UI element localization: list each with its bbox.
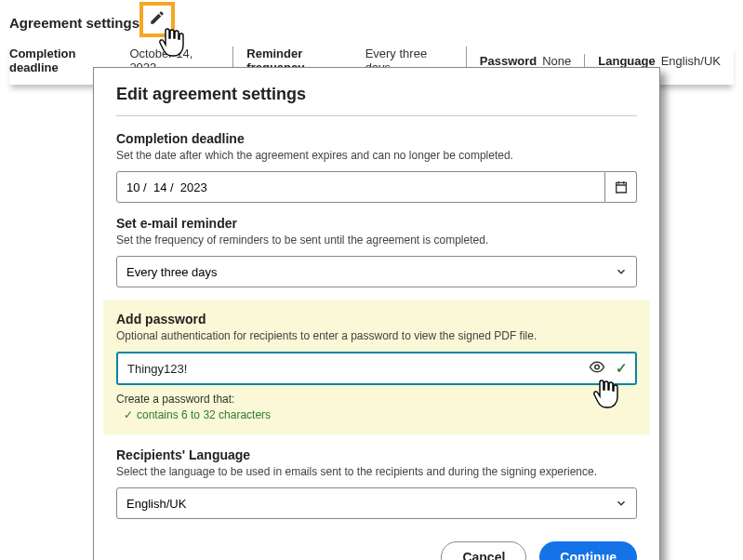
add-password-section: Add password Optional authentication for… xyxy=(103,300,650,434)
dialog-title: Edit agreement settings xyxy=(116,85,637,104)
hand-cursor-icon xyxy=(158,26,186,58)
completion-deadline-section: Completion deadline Set the date after w… xyxy=(116,131,637,203)
edit-settings-button[interactable] xyxy=(139,2,175,37)
password-hint: Create a password that: xyxy=(116,393,637,406)
completion-date-input[interactable] xyxy=(116,171,605,203)
reminder-frequency-select[interactable]: Every three days xyxy=(116,256,637,287)
dialog-button-row: Cancel Continue xyxy=(116,541,637,560)
section-title: Add password xyxy=(116,312,637,327)
page-title: Agreement settings xyxy=(9,15,139,31)
password-input[interactable] xyxy=(116,352,637,385)
section-title: Set e-mail reminder xyxy=(116,216,637,231)
svg-point-0 xyxy=(595,365,600,369)
hand-cursor-icon xyxy=(592,378,620,409)
edit-agreement-dialog: Edit agreement settings Completion deadl… xyxy=(93,67,660,560)
validation-check-icon: ✓ xyxy=(616,360,628,377)
continue-button[interactable]: Continue xyxy=(539,541,637,560)
select-value: English/UK xyxy=(126,497,186,511)
calendar-icon xyxy=(614,180,629,194)
recipients-language-section: Recipients' Language Select the language… xyxy=(116,447,637,519)
meta-value: None xyxy=(542,54,571,68)
meta-value: English/UK xyxy=(661,54,721,68)
section-desc: Set the date after which the agreement e… xyxy=(116,149,637,162)
check-icon: ✓ xyxy=(124,408,133,421)
divider xyxy=(116,115,637,116)
section-desc: Set the frequency of reminders to be sen… xyxy=(116,233,637,247)
meta-label: Password xyxy=(480,54,537,68)
section-title: Recipients' Language xyxy=(116,447,637,462)
language-select[interactable]: English/UK xyxy=(116,487,637,519)
calendar-button[interactable] xyxy=(605,171,637,203)
section-desc: Select the language to be used in emails… xyxy=(116,465,637,478)
email-reminder-section: Set e-mail reminder Set the frequency of… xyxy=(116,216,637,287)
pencil-icon xyxy=(149,9,166,26)
password-rule: ✓contains 6 to 32 characters xyxy=(116,408,637,421)
eye-icon xyxy=(589,359,605,376)
select-value: Every three days xyxy=(126,265,218,279)
section-title: Completion deadline xyxy=(116,131,637,146)
meta-language: Language English/UK xyxy=(585,54,734,68)
meta-password: Password None xyxy=(467,54,586,68)
password-rule-text: contains 6 to 32 characters xyxy=(137,408,271,421)
meta-label: Language xyxy=(598,54,655,68)
toggle-password-visibility-button[interactable] xyxy=(589,359,605,379)
section-desc: Optional authentication for recipients t… xyxy=(116,329,637,342)
cancel-button[interactable]: Cancel xyxy=(441,541,526,560)
